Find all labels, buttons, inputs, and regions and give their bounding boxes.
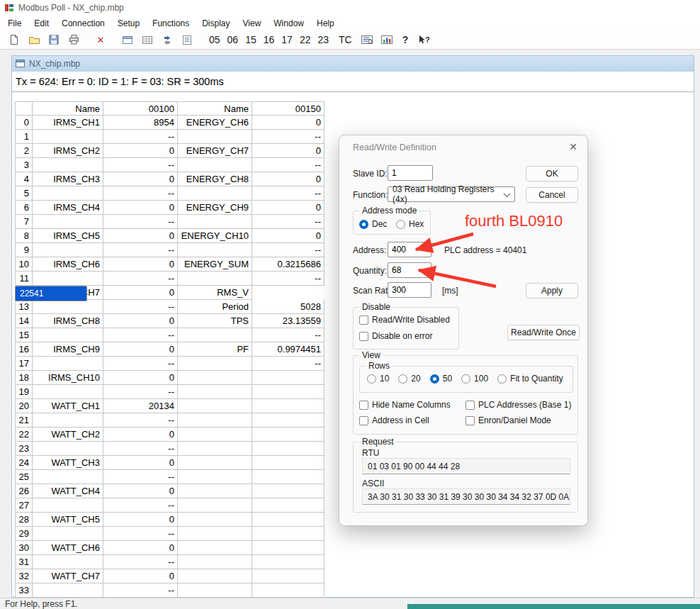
grid-cell[interactable] bbox=[33, 186, 103, 201]
grid-cell[interactable]: -- bbox=[103, 158, 178, 172]
function-06-button[interactable]: 06 bbox=[224, 32, 242, 48]
grid-cell[interactable] bbox=[252, 513, 324, 527]
hex-radio[interactable]: Hex bbox=[396, 219, 424, 229]
grid-cell[interactable]: WATT_CH6 bbox=[33, 541, 103, 555]
communication-button[interactable] bbox=[159, 32, 176, 48]
log-button[interactable] bbox=[179, 32, 196, 48]
rows-option-50[interactable]: 50 bbox=[430, 374, 452, 384]
save-button[interactable] bbox=[45, 32, 62, 48]
menu-view[interactable]: View bbox=[237, 16, 268, 30]
print-button[interactable] bbox=[65, 32, 82, 48]
grid-cell[interactable]: 8954 bbox=[103, 116, 178, 130]
grid-cell[interactable]: WATT_CH4 bbox=[33, 484, 103, 498]
scan-rate-input[interactable] bbox=[388, 282, 431, 298]
grid-cell[interactable]: -- bbox=[252, 186, 324, 201]
menu-connection[interactable]: Connection bbox=[55, 16, 111, 30]
grid-cell[interactable] bbox=[178, 428, 252, 442]
grid-cell[interactable]: 0.9974451 bbox=[252, 342, 324, 357]
close-icon[interactable]: ✕ bbox=[569, 141, 577, 152]
grid-cell[interactable]: -- bbox=[252, 158, 324, 172]
grid-cell[interactable]: ENERGY_CH8 bbox=[178, 172, 252, 186]
function-05-button[interactable]: 05 bbox=[205, 32, 224, 48]
grid-cell[interactable] bbox=[33, 583, 103, 598]
grid-cell[interactable]: -- bbox=[103, 130, 178, 144]
grid-cell[interactable] bbox=[33, 470, 103, 484]
dec-radio[interactable]: Dec bbox=[359, 219, 387, 229]
grid-cell[interactable]: IRMS_CH3 bbox=[33, 172, 103, 186]
chart-button[interactable] bbox=[378, 32, 395, 48]
grid-cell[interactable]: WATT_CH2 bbox=[33, 428, 103, 442]
grid-cell[interactable]: -- bbox=[103, 527, 178, 541]
read-write-definition-button[interactable] bbox=[119, 32, 136, 48]
function-16-button[interactable]: 16 bbox=[260, 32, 278, 48]
grid-cell[interactable] bbox=[252, 399, 324, 413]
grid-cell[interactable] bbox=[252, 456, 324, 470]
menu-help[interactable]: Help bbox=[310, 16, 341, 30]
grid-cell[interactable]: -- bbox=[103, 583, 178, 598]
grid-cell[interactable] bbox=[33, 527, 103, 541]
grid-cell[interactable]: -- bbox=[252, 215, 324, 229]
grid-cell[interactable] bbox=[178, 328, 252, 342]
grid-cell[interactable] bbox=[178, 357, 252, 371]
grid-cell[interactable] bbox=[178, 158, 252, 172]
grid-cell[interactable]: 0 bbox=[103, 541, 178, 555]
menu-window[interactable]: Window bbox=[267, 16, 310, 30]
function-select[interactable]: 03 Read Holding Registers (4x) bbox=[388, 186, 515, 202]
rows-option-20[interactable]: 20 bbox=[398, 374, 420, 384]
grid-cell[interactable]: 0 bbox=[252, 172, 324, 186]
grid-cell[interactable]: ENERGY_CH6 bbox=[178, 116, 252, 130]
grid-cell[interactable]: -- bbox=[103, 470, 178, 484]
grid-cell[interactable] bbox=[178, 442, 252, 456]
grid-cell[interactable]: 0 bbox=[252, 201, 324, 215]
grid-cell[interactable] bbox=[33, 357, 103, 371]
grid-cell[interactable]: 0 bbox=[252, 229, 324, 243]
menu-file[interactable]: File bbox=[1, 16, 28, 30]
grid-cell[interactable]: 0 bbox=[252, 116, 324, 130]
context-help-button[interactable]: ? bbox=[415, 32, 432, 48]
grid-cell[interactable]: 5028 bbox=[252, 300, 324, 314]
grid-cell[interactable]: IRMS_CH5 bbox=[33, 229, 103, 243]
rows-option-fit-to-quantity[interactable]: Fit to Quantity bbox=[497, 374, 563, 384]
grid-cell[interactable]: -- bbox=[103, 328, 178, 342]
grid-cell[interactable]: 0 bbox=[103, 144, 178, 158]
grid-cell[interactable]: -- bbox=[252, 328, 324, 342]
grid-cell[interactable] bbox=[178, 385, 252, 399]
grid-cell[interactable]: -- bbox=[252, 130, 324, 144]
grid-cell[interactable]: -- bbox=[103, 413, 178, 428]
grid-cell[interactable] bbox=[252, 569, 324, 583]
grid-cell[interactable]: -- bbox=[103, 498, 178, 513]
grid-cell[interactable] bbox=[33, 130, 103, 144]
grid-cell[interactable] bbox=[252, 484, 324, 498]
grid-cell[interactable]: 0 bbox=[103, 229, 178, 243]
grid-cell[interactable] bbox=[252, 428, 324, 442]
grid-cell[interactable] bbox=[178, 272, 252, 286]
grid-cell[interactable] bbox=[252, 527, 324, 541]
grid-cell[interactable]: 0 bbox=[103, 484, 178, 498]
menu-setup[interactable]: Setup bbox=[111, 16, 146, 30]
grid-cell[interactable]: -- bbox=[103, 555, 178, 569]
grid-cell[interactable] bbox=[33, 272, 103, 286]
grid-cell[interactable]: ENERGY_CH7 bbox=[178, 144, 252, 158]
address-input[interactable] bbox=[388, 242, 431, 257]
grid-cell[interactable]: -- bbox=[103, 300, 178, 314]
grid-cell[interactable] bbox=[178, 498, 252, 513]
address-in-cell-checkbox[interactable]: Address in Cell bbox=[359, 415, 465, 425]
grid-cell[interactable] bbox=[252, 583, 324, 598]
grid-cell[interactable]: -- bbox=[103, 215, 178, 229]
slave-id-input[interactable] bbox=[388, 165, 433, 181]
grid-cell[interactable]: IRMS_CH1 bbox=[33, 116, 103, 130]
grid-cell[interactable] bbox=[178, 456, 252, 470]
grid-cell[interactable]: ENERGY_CH9 bbox=[178, 201, 252, 215]
grid-cell[interactable] bbox=[252, 442, 324, 456]
function-17-button[interactable]: 17 bbox=[278, 32, 296, 48]
grid-cell[interactable]: IRMS_CH8 bbox=[33, 314, 103, 328]
grid-cell[interactable]: 0 bbox=[103, 513, 178, 527]
function-23-button[interactable]: 23 bbox=[314, 32, 332, 48]
grid-cell[interactable]: -- bbox=[103, 357, 178, 371]
grid-cell[interactable]: TPS bbox=[178, 314, 252, 328]
grid-cell[interactable] bbox=[178, 484, 252, 498]
grid-cell[interactable] bbox=[178, 470, 252, 484]
grid-cell[interactable]: -- bbox=[103, 272, 178, 286]
grid-cell[interactable] bbox=[178, 399, 252, 413]
grid-cell[interactable] bbox=[178, 413, 252, 428]
